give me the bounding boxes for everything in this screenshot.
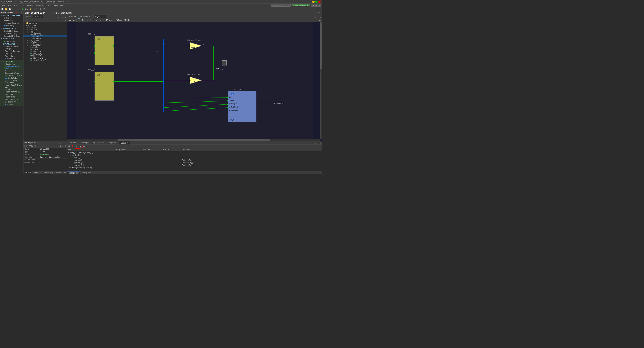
schematic-canvas[interactable]: JT6 rred_i_1 JT6 rred_i_2 [67, 22, 322, 141]
nav-item-report-methodology-synth[interactable]: Report Methodology [0, 91, 23, 93]
debug-row-probe0[interactable]: ⊘ probe0 (1) Data and Trigger [67, 159, 322, 161]
sources-help-btn[interactable]: ? [58, 16, 60, 18]
menu-window[interactable]: Window [35, 4, 44, 7]
tab-debug-cores[interactable]: Debug Cores [67, 171, 80, 174]
sch-select-btn[interactable]: ⛶ [90, 19, 93, 22]
nav-item-schematic-rtl[interactable]: ◈ Schematic [0, 57, 23, 60]
sch-refresh-btn[interactable]: ↺ [95, 19, 98, 22]
tree-item-p1in[interactable]: ▶ ~ p_1_in (26) [24, 39, 67, 42]
sources-close-btn[interactable]: ✕ [64, 16, 66, 18]
quick-access-search[interactable] [270, 4, 291, 6]
nav-section-ip-integrator-header[interactable]: ▼ IP INTEGRATOR [0, 27, 23, 30]
debug-run-btn[interactable]: ▶ [82, 145, 86, 148]
net-props-close-btn[interactable]: ✕ [64, 142, 66, 143]
tree-item-sl-iport0[interactable]: ▶ ~ sl_iport0 (37) [24, 42, 67, 44]
tab-netlist[interactable]: Netlist ✕ [33, 14, 44, 18]
tab-led-twinkle-v-close[interactable]: ✕ [90, 15, 92, 17]
synth-header-expand-btn[interactable]: ⤢ [314, 12, 316, 14]
net-props-back-btn[interactable]: ◀ [59, 145, 61, 147]
nav-item-setup-debug[interactable]: 🔷 Set Up Debug [0, 77, 23, 79]
nav-item-report-clock-interaction[interactable]: Report Clock Interaction [0, 86, 23, 91]
sources-max-btn[interactable]: □ [62, 16, 64, 18]
menu-view[interactable]: View [52, 4, 59, 7]
flow-nav-pin-btn[interactable]: 📌 [15, 11, 18, 13]
netprop-tab-all[interactable]: All [62, 171, 67, 174]
netprop-tab-general[interactable]: General [24, 171, 32, 174]
nav-section-project-manager-header[interactable]: ▼ PROJECT MANAGER [0, 14, 23, 17]
nav-item-schematic-synth[interactable]: ◈ Schematic [0, 103, 23, 106]
sch-toolbar-settings[interactable]: ⚙ [319, 19, 321, 21]
tab-ila-0-veo[interactable]: ila_0.veo ✕ [94, 14, 106, 18]
net-props-min-btn[interactable]: _ [59, 142, 61, 143]
sch-h-scrollbar[interactable] [67, 139, 320, 141]
nav-item-report-noise-synth[interactable]: Report Noise [0, 96, 23, 98]
menu-flow[interactable]: Flow [12, 4, 19, 7]
debug-probe-btn[interactable]: ◉ [79, 145, 82, 148]
nav-item-constraints-wizard[interactable]: Constraints Wizard [0, 72, 23, 74]
nav-item-ip-catalog[interactable]: 🔷 IP Catalog [0, 24, 23, 27]
sch-v-scrollbar-thumb[interactable] [320, 22, 322, 69]
nav-item-generate-block[interactable]: Generate Block Design [0, 35, 23, 37]
nav-item-create-block[interactable]: Create Block Design [0, 30, 23, 32]
stop-btn[interactable]: ⬛ [34, 7, 37, 10]
sch-fwd-btn[interactable]: ▶ [72, 19, 76, 22]
nav-item-report-utilization[interactable]: Report Utilization [0, 98, 23, 101]
tab-netlist-close[interactable]: ✕ [40, 16, 42, 17]
minimize-btn[interactable] [312, 1, 314, 3]
nav-item-language-templates[interactable]: Language Templates [0, 22, 23, 24]
new-btn[interactable]: 📄 [1, 7, 4, 10]
tab-design-runs[interactable]: Design Runs [106, 141, 119, 145]
debug-row-u-ila-0[interactable]: ▼ ◈ u_ila_0(...) [67, 154, 322, 156]
sources-min-btn[interactable]: _ [60, 16, 62, 18]
refresh-toolbar-btn[interactable]: ↺ [42, 7, 46, 10]
synth-header-settings-btn[interactable]: ⚙ [318, 12, 321, 14]
tree-item-led-twinkle[interactable]: ▼ 📁 led_twinkle [24, 22, 67, 24]
menu-edit[interactable]: Edit [6, 4, 12, 7]
tree-item-cnt[interactable]: ▶ ~ cnt (26) [24, 26, 67, 29]
menu-file[interactable]: File [1, 4, 6, 7]
sch-v-scrollbar[interactable] [320, 22, 322, 139]
mode-selector[interactable]: Debug Default [311, 4, 321, 7]
debug-row-probe2[interactable]: ⊘ probe2 (26) Data and Trigger [67, 164, 322, 166]
nav-item-edit-timing[interactable]: Edit Timing Constraints [0, 74, 23, 77]
generate-bitstream-btn[interactable]: ⚡ [29, 7, 32, 10]
sources-expand-all-btn[interactable]: ≡↓ [24, 18, 28, 21]
netprop-tab-properties[interactable]: Properties [32, 171, 43, 174]
tab-debug-nets[interactable]: Debug Nets [80, 171, 93, 174]
nav-item-open-synth-expanded[interactable] [0, 70, 23, 72]
tree-item-cnt-reg41[interactable]: ⊘ cnt_reg[41_i_2_n_0 [24, 59, 67, 61]
tree-item-cnt25-5[interactable]: ⊘ cnt[25]_i_5_n_0 [24, 55, 67, 57]
tree-item-cnt25-4[interactable]: ⊘ cnt[25]_i_4_n_0 [24, 52, 67, 55]
sch-fit-btn[interactable]: ⊞ [86, 19, 89, 22]
tree-item-led-obuf[interactable]: ▼ ~ led_OBUF (2) [24, 33, 67, 35]
sch-h-scrollbar-thumb[interactable] [118, 139, 270, 141]
sch-zoom-out-btn[interactable]: 🔍- [82, 19, 85, 22]
debug-row-dbg-hub[interactable]: ▼ ◈ dbg_hub(labtools_xsdbn_v3) [67, 151, 322, 154]
tab-sources[interactable]: Sources [24, 14, 33, 18]
sch-zoom-in-btn[interactable]: 🔍+ [78, 19, 81, 22]
netprop-tab-power[interactable]: Power [55, 171, 62, 174]
debug-row-clk[interactable]: ⊘ clk (1) [67, 156, 322, 159]
tree-item-cnt25-2[interactable]: ⊘ cnt[25]_i_2_n_0 [24, 50, 67, 52]
tab-debug[interactable]: Debug ✕ [119, 141, 130, 145]
nav-item-report-drc-synth[interactable]: Report DRC [0, 93, 23, 96]
tree-item-cnt0[interactable]: ▶ ~ cnt0 (25) [24, 29, 67, 31]
net-props-max-btn[interactable]: □ [62, 142, 63, 143]
flow-nav-settings-btn[interactable]: ⚙ [20, 11, 22, 13]
net-props-fwd-btn[interactable]: ▶ [62, 145, 64, 147]
menu-layout[interactable]: Layout [44, 4, 52, 7]
tab-ila-0-veo-close[interactable]: ✕ [102, 16, 104, 17]
debug-settings-btn2[interactable]: ⚙ [72, 145, 75, 148]
nav-item-settings[interactable]: ⚙ Settings [0, 17, 23, 19]
debug-panel-expand-btn[interactable]: ⤢ [314, 143, 316, 145]
nav-item-report-clock-networks[interactable]: Report Clock Networks [0, 84, 23, 86]
nav-section-synthesis-header[interactable]: ▼ SYNTHESIS [0, 60, 23, 63]
undo-btn[interactable]: ↩ [13, 7, 16, 10]
debug-search-btn[interactable]: 🔍 [68, 145, 71, 148]
net-props-settings-icon[interactable]: ⚙ [64, 145, 66, 147]
sch-back-btn[interactable]: ◀ [68, 19, 72, 22]
bus-net-tag[interactable]: ⊘ led_OBUF [40, 154, 49, 155]
flow-nav-help-btn[interactable]: ? [18, 11, 20, 13]
close-btn[interactable] [318, 1, 321, 3]
settings-toolbar-btn[interactable]: ⚙ [38, 7, 42, 10]
